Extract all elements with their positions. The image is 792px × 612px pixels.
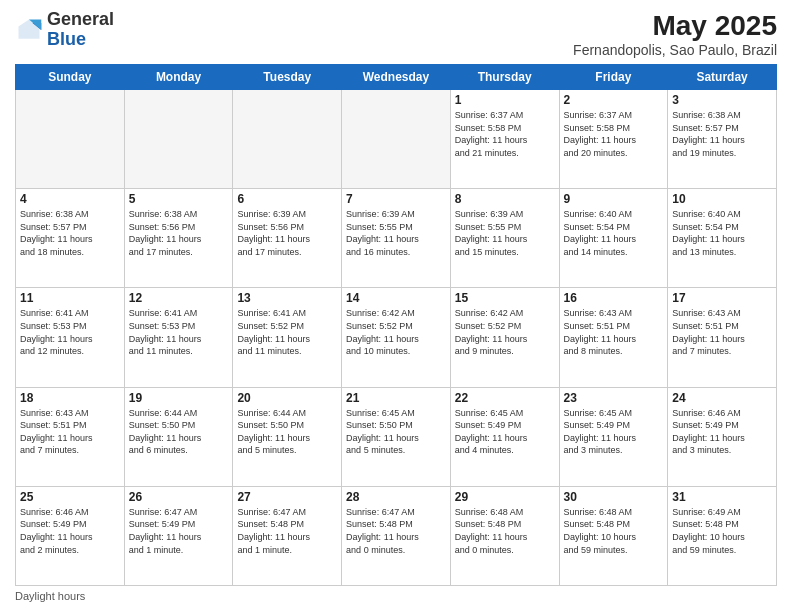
calendar-day-cell: 6Sunrise: 6:39 AM Sunset: 5:56 PM Daylig…: [233, 189, 342, 288]
calendar-day-cell: 2Sunrise: 6:37 AM Sunset: 5:58 PM Daylig…: [559, 90, 668, 189]
day-number: 15: [455, 291, 555, 305]
day-number: 18: [20, 391, 120, 405]
day-info: Sunrise: 6:46 AM Sunset: 5:49 PM Dayligh…: [20, 506, 120, 556]
calendar-day-cell: 8Sunrise: 6:39 AM Sunset: 5:55 PM Daylig…: [450, 189, 559, 288]
day-info: Sunrise: 6:41 AM Sunset: 5:53 PM Dayligh…: [129, 307, 229, 357]
day-number: 31: [672, 490, 772, 504]
calendar-day-cell: 3Sunrise: 6:38 AM Sunset: 5:57 PM Daylig…: [668, 90, 777, 189]
calendar-day-cell: 28Sunrise: 6:47 AM Sunset: 5:48 PM Dayli…: [342, 486, 451, 585]
calendar-day-cell: 15Sunrise: 6:42 AM Sunset: 5:52 PM Dayli…: [450, 288, 559, 387]
calendar-day-cell: 10Sunrise: 6:40 AM Sunset: 5:54 PM Dayli…: [668, 189, 777, 288]
calendar-day-cell: 4Sunrise: 6:38 AM Sunset: 5:57 PM Daylig…: [16, 189, 125, 288]
day-number: 6: [237, 192, 337, 206]
day-number: 3: [672, 93, 772, 107]
logo-general-text: General: [47, 9, 114, 29]
day-number: 11: [20, 291, 120, 305]
day-number: 22: [455, 391, 555, 405]
day-info: Sunrise: 6:42 AM Sunset: 5:52 PM Dayligh…: [455, 307, 555, 357]
calendar-day-cell: 12Sunrise: 6:41 AM Sunset: 5:53 PM Dayli…: [124, 288, 233, 387]
day-number: 4: [20, 192, 120, 206]
logo-icon: [15, 16, 43, 44]
day-number: 25: [20, 490, 120, 504]
day-number: 14: [346, 291, 446, 305]
day-number: 19: [129, 391, 229, 405]
day-number: 8: [455, 192, 555, 206]
day-number: 10: [672, 192, 772, 206]
calendar-day-cell: 25Sunrise: 6:46 AM Sunset: 5:49 PM Dayli…: [16, 486, 125, 585]
day-info: Sunrise: 6:40 AM Sunset: 5:54 PM Dayligh…: [564, 208, 664, 258]
calendar-day-cell: 30Sunrise: 6:48 AM Sunset: 5:48 PM Dayli…: [559, 486, 668, 585]
day-info: Sunrise: 6:48 AM Sunset: 5:48 PM Dayligh…: [455, 506, 555, 556]
day-number: 16: [564, 291, 664, 305]
day-info: Sunrise: 6:43 AM Sunset: 5:51 PM Dayligh…: [564, 307, 664, 357]
day-number: 30: [564, 490, 664, 504]
day-info: Sunrise: 6:47 AM Sunset: 5:48 PM Dayligh…: [237, 506, 337, 556]
day-info: Sunrise: 6:39 AM Sunset: 5:56 PM Dayligh…: [237, 208, 337, 258]
calendar-day-cell: 5Sunrise: 6:38 AM Sunset: 5:56 PM Daylig…: [124, 189, 233, 288]
calendar-day-cell: 7Sunrise: 6:39 AM Sunset: 5:55 PM Daylig…: [342, 189, 451, 288]
calendar-day-cell: [233, 90, 342, 189]
day-info: Sunrise: 6:47 AM Sunset: 5:49 PM Dayligh…: [129, 506, 229, 556]
day-info: Sunrise: 6:39 AM Sunset: 5:55 PM Dayligh…: [455, 208, 555, 258]
day-number: 23: [564, 391, 664, 405]
day-number: 7: [346, 192, 446, 206]
day-number: 27: [237, 490, 337, 504]
calendar-day-cell: [124, 90, 233, 189]
calendar-week-row: 25Sunrise: 6:46 AM Sunset: 5:49 PM Dayli…: [16, 486, 777, 585]
calendar-day-cell: 29Sunrise: 6:48 AM Sunset: 5:48 PM Dayli…: [450, 486, 559, 585]
calendar-day-cell: 13Sunrise: 6:41 AM Sunset: 5:52 PM Dayli…: [233, 288, 342, 387]
day-number: 28: [346, 490, 446, 504]
day-info: Sunrise: 6:40 AM Sunset: 5:54 PM Dayligh…: [672, 208, 772, 258]
daylight-label: Daylight hours: [15, 590, 85, 602]
calendar-day-cell: 14Sunrise: 6:42 AM Sunset: 5:52 PM Dayli…: [342, 288, 451, 387]
calendar-day-cell: 1Sunrise: 6:37 AM Sunset: 5:58 PM Daylig…: [450, 90, 559, 189]
day-number: 13: [237, 291, 337, 305]
calendar-col-header: Wednesday: [342, 65, 451, 90]
day-info: Sunrise: 6:37 AM Sunset: 5:58 PM Dayligh…: [564, 109, 664, 159]
day-info: Sunrise: 6:45 AM Sunset: 5:49 PM Dayligh…: [564, 407, 664, 457]
day-number: 17: [672, 291, 772, 305]
day-info: Sunrise: 6:45 AM Sunset: 5:50 PM Dayligh…: [346, 407, 446, 457]
calendar-week-row: 18Sunrise: 6:43 AM Sunset: 5:51 PM Dayli…: [16, 387, 777, 486]
calendar-day-cell: 26Sunrise: 6:47 AM Sunset: 5:49 PM Dayli…: [124, 486, 233, 585]
day-number: 1: [455, 93, 555, 107]
day-info: Sunrise: 6:47 AM Sunset: 5:48 PM Dayligh…: [346, 506, 446, 556]
day-info: Sunrise: 6:43 AM Sunset: 5:51 PM Dayligh…: [20, 407, 120, 457]
day-number: 26: [129, 490, 229, 504]
day-info: Sunrise: 6:46 AM Sunset: 5:49 PM Dayligh…: [672, 407, 772, 457]
logo-blue-text: Blue: [47, 29, 86, 49]
calendar-day-cell: 20Sunrise: 6:44 AM Sunset: 5:50 PM Dayli…: [233, 387, 342, 486]
calendar-day-cell: 16Sunrise: 6:43 AM Sunset: 5:51 PM Dayli…: [559, 288, 668, 387]
day-number: 12: [129, 291, 229, 305]
title-block: May 2025 Fernandopolis, Sao Paulo, Brazi…: [573, 10, 777, 58]
day-number: 2: [564, 93, 664, 107]
day-number: 9: [564, 192, 664, 206]
calendar-day-cell: 11Sunrise: 6:41 AM Sunset: 5:53 PM Dayli…: [16, 288, 125, 387]
logo: General Blue: [15, 10, 114, 50]
calendar-day-cell: 18Sunrise: 6:43 AM Sunset: 5:51 PM Dayli…: [16, 387, 125, 486]
calendar-table: SundayMondayTuesdayWednesdayThursdayFrid…: [15, 64, 777, 586]
day-info: Sunrise: 6:41 AM Sunset: 5:53 PM Dayligh…: [20, 307, 120, 357]
day-number: 5: [129, 192, 229, 206]
calendar-col-header: Monday: [124, 65, 233, 90]
calendar-col-header: Thursday: [450, 65, 559, 90]
calendar-day-cell: 24Sunrise: 6:46 AM Sunset: 5:49 PM Dayli…: [668, 387, 777, 486]
day-info: Sunrise: 6:44 AM Sunset: 5:50 PM Dayligh…: [129, 407, 229, 457]
footer: Daylight hours: [15, 590, 777, 602]
month-title: May 2025: [573, 10, 777, 42]
calendar-day-cell: 19Sunrise: 6:44 AM Sunset: 5:50 PM Dayli…: [124, 387, 233, 486]
day-info: Sunrise: 6:39 AM Sunset: 5:55 PM Dayligh…: [346, 208, 446, 258]
day-info: Sunrise: 6:44 AM Sunset: 5:50 PM Dayligh…: [237, 407, 337, 457]
day-info: Sunrise: 6:37 AM Sunset: 5:58 PM Dayligh…: [455, 109, 555, 159]
page: General Blue May 2025 Fernandopolis, Sao…: [0, 0, 792, 612]
calendar-col-header: Sunday: [16, 65, 125, 90]
day-info: Sunrise: 6:42 AM Sunset: 5:52 PM Dayligh…: [346, 307, 446, 357]
calendar-day-cell: 23Sunrise: 6:45 AM Sunset: 5:49 PM Dayli…: [559, 387, 668, 486]
calendar-col-header: Tuesday: [233, 65, 342, 90]
calendar-week-row: 11Sunrise: 6:41 AM Sunset: 5:53 PM Dayli…: [16, 288, 777, 387]
day-info: Sunrise: 6:38 AM Sunset: 5:57 PM Dayligh…: [20, 208, 120, 258]
day-info: Sunrise: 6:38 AM Sunset: 5:56 PM Dayligh…: [129, 208, 229, 258]
day-number: 21: [346, 391, 446, 405]
header: General Blue May 2025 Fernandopolis, Sao…: [15, 10, 777, 58]
day-number: 20: [237, 391, 337, 405]
